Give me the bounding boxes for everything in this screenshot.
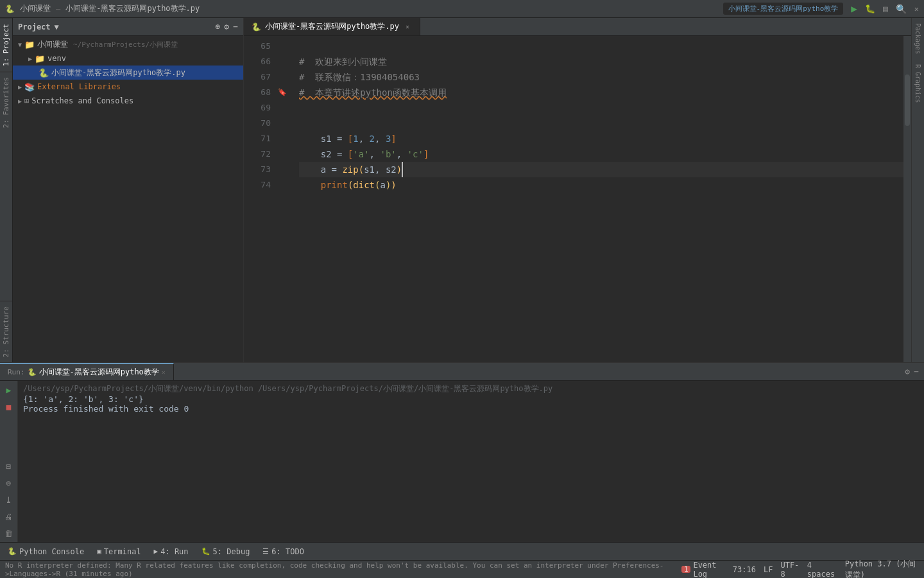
run-print-btn[interactable]: 🖨	[3, 510, 15, 523]
coverage-btn[interactable]: ▤	[883, 4, 888, 13]
run-label: 4: Run	[160, 547, 188, 556]
code-plain-73b: s1, s2	[364, 162, 397, 177]
event-log-item[interactable]: 1 Event Log	[681, 561, 724, 579]
run-filter-btn[interactable]: ⊜	[3, 477, 15, 489]
btab-run[interactable]: ▶ 4: Run	[149, 545, 194, 558]
run-minimize-icon[interactable]: −	[914, 367, 919, 376]
sidebar-tab-project[interactable]: 1: Project	[0, 18, 12, 71]
run-icon: ▶	[154, 547, 158, 556]
project-panel-header: Project ▼ ⊕ ⚙ −	[13, 18, 243, 36]
tree-item-main[interactable]: 🐍 小间课堂-黑客云源码网pytho教学.py	[13, 66, 243, 80]
tree-label-main: 小间课堂-黑客云源码网pytho教学.py	[51, 67, 185, 78]
project-locate-icon[interactable]: ⊕	[216, 22, 221, 31]
status-bar-right: 1 Event Log 73:16 LF UTF-8 4 spaces Pyth…	[681, 559, 919, 579]
project-panel: Project ▼ ⊕ ⚙ − ▼ 📁 小间课堂 ~/PycharmProjec…	[13, 18, 244, 362]
run-output[interactable]: /Users/ysp/PycharmProjects/小间课堂/venv/bin…	[18, 381, 924, 542]
tree-item-scratch[interactable]: ▶ ⊞ Scratches and Consoles	[13, 94, 243, 108]
tree-item-ext[interactable]: ▶ 📚 External Libraries	[13, 80, 243, 94]
search-icon[interactable]: 🔍	[896, 4, 907, 14]
tree-expand-ext: ▶	[18, 83, 22, 91]
tab-close-btn[interactable]: ✕	[403, 22, 412, 31]
window-close-icon[interactable]: ✕	[914, 4, 919, 13]
project-gear-icon[interactable]: ⚙	[224, 22, 229, 31]
run-tab-icon: 🐍	[28, 368, 37, 376]
code-content[interactable]: # 欢迎来到小间课堂 # 联系微信：13904054063 # 本章节讲述pyt…	[289, 36, 903, 362]
code-comment-66: # 欢迎来到小间课堂	[299, 54, 387, 69]
code-comment-68: # 本章节讲述python函数基本调用	[299, 85, 447, 100]
project-header-actions: ⊕ ⚙ −	[216, 22, 238, 31]
bottom-tab-run[interactable]: Run: 🐍 小间课堂-黑客云源码网pytho教学 ✕	[0, 363, 174, 380]
run-settings-icon[interactable]: ⚙	[905, 367, 910, 376]
event-log-badge: 1	[681, 566, 690, 573]
todo-label: 6: TODO	[271, 547, 304, 556]
line-num-69: 69	[244, 100, 271, 116]
title-bar-left: 🐍 小间课堂 — 小间课堂-黑客云源码网pytho教学.py	[5, 3, 200, 14]
project-dropdown-icon[interactable]: ▼	[55, 22, 59, 31]
gutter: 🔖	[276, 36, 289, 362]
code-kw-74: print	[321, 177, 348, 193]
run-config-label: 小间课堂-黑客云源码网pytho教学	[723, 3, 844, 15]
code-line-65	[299, 39, 903, 54]
scrollbar-thumb[interactable]	[905, 74, 910, 126]
sidebar-tab-favorites[interactable]: 2: Favorites	[0, 71, 12, 133]
run-tab-actions: ⚙ −	[900, 363, 924, 380]
code-line-74: print(dict(a))	[299, 177, 903, 193]
run-tab-close[interactable]: ✕	[162, 369, 166, 376]
editor-content[interactable]: 65 66 67 68 69 70 71 72 73 74	[244, 36, 911, 362]
run-output-line1: {1: 'a', 2: 'b', 3: 'c'}	[23, 394, 919, 404]
python-version[interactable]: Python 3.7 (小间课堂)	[845, 559, 919, 579]
title-bar: 🐍 小间课堂 — 小间课堂-黑客云源码网pytho教学.py 小间课堂-黑客云源…	[0, 0, 924, 18]
code-paren-74a: (	[348, 177, 353, 193]
scratch-icon: ⊞	[24, 96, 29, 105]
code-paren-73b: )	[397, 162, 402, 177]
vertical-scrollbar[interactable]	[903, 36, 911, 362]
code-line-70	[299, 116, 903, 131]
indent-setting[interactable]: 4 spaces	[807, 561, 837, 579]
code-plain-71a: s1 =	[299, 131, 348, 146]
btab-python-console[interactable]: 🐍 Python Console	[3, 545, 89, 558]
left-sidebar: 1: Project 2: Favorites 2: Structure	[0, 18, 13, 362]
btab-todo[interactable]: ☰ 6: TODO	[257, 545, 309, 558]
editor-tabs: 🐍 小间课堂-黑客云源码网pytho教学.py ✕	[244, 18, 911, 36]
code-plain-72b: ,	[370, 146, 381, 162]
sidebar-tab-structure[interactable]: 2: Structure	[0, 301, 12, 362]
run-btn[interactable]: ▶	[851, 3, 857, 15]
run-play-btn[interactable]: ▶	[3, 383, 15, 396]
cursor-73	[402, 162, 408, 177]
code-line-66: # 欢迎来到小间课堂	[299, 54, 903, 69]
code-plain-74indent	[299, 177, 321, 193]
code-line-68: # 本章节讲述python函数基本调用	[299, 85, 903, 100]
run-stop-btn[interactable]: ■	[3, 400, 15, 413]
run-layout-btn[interactable]: ⊟	[3, 460, 15, 473]
code-editor: 65 66 67 68 69 70 71 72 73 74	[244, 36, 911, 362]
line-num-72: 72	[244, 146, 271, 162]
code-paren-74d: )	[391, 177, 396, 193]
folder-icon-venv: 📁	[35, 54, 45, 64]
code-bracket-71b: ]	[391, 131, 396, 146]
python-console-icon: 🐍	[8, 547, 17, 556]
cursor-position[interactable]: 73:16	[733, 565, 756, 574]
line-num-67: 67	[244, 69, 271, 85]
right-sidebar: Packages R Graphics	[911, 18, 924, 362]
code-plain-72a: s2 =	[299, 146, 348, 162]
btab-debug[interactable]: 🐛 5: Debug	[196, 545, 255, 558]
tree-item-root[interactable]: ▼ 📁 小间课堂 ~/PycharmProjects/小间课堂	[13, 37, 243, 51]
run-trash-btn[interactable]: 🗑	[3, 527, 15, 539]
project-header-title: Project ▼	[18, 22, 59, 31]
tree-item-venv[interactable]: ▶ 📁 venv	[13, 51, 243, 66]
line-num-74: 74	[244, 177, 271, 193]
run-scroll-btn[interactable]: ⤓	[3, 493, 15, 506]
code-comment-67: # 联系微信：13904054063	[299, 69, 420, 85]
code-plain-71b: ,	[359, 131, 370, 146]
editor-tab-main[interactable]: 🐍 小间课堂-黑客云源码网pytho教学.py ✕	[244, 18, 420, 35]
sidebar-packages[interactable]: Packages	[913, 21, 923, 57]
run-tab-label-prefix: Run:	[8, 368, 25, 376]
charset[interactable]: UTF-8	[780, 561, 799, 579]
line-num-71: 71	[244, 131, 271, 146]
btab-terminal[interactable]: ▣ Terminal	[92, 545, 146, 558]
tab-icon: 🐍	[252, 22, 261, 31]
project-collapse-icon[interactable]: −	[233, 22, 238, 31]
debug-btn[interactable]: 🐛	[865, 4, 875, 13]
line-ending[interactable]: LF	[764, 565, 773, 574]
sidebar-r-graphics[interactable]: R Graphics	[913, 62, 923, 105]
